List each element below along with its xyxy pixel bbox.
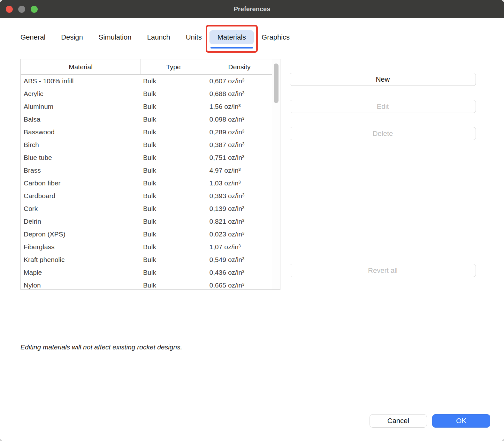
material-cell: Cardboard <box>21 192 141 200</box>
density-cell: 0,023 oz/in³ <box>206 230 272 238</box>
density-cell: 0,436 oz/in³ <box>206 269 272 276</box>
type-cell: Bulk <box>141 218 206 225</box>
column-header-density[interactable]: Density <box>206 59 272 74</box>
density-cell: 0,665 oz/in³ <box>206 281 272 289</box>
material-cell: Delrin <box>21 218 141 225</box>
tab-design[interactable]: Design <box>53 30 90 44</box>
table-row[interactable]: BalsaBulk0,098 oz/in³ <box>21 113 272 126</box>
table-row[interactable]: Depron (XPS)Bulk0,023 oz/in³ <box>21 228 272 241</box>
new-button[interactable]: New <box>290 73 476 86</box>
density-cell: 0,387 oz/in³ <box>206 141 272 149</box>
density-cell: 0,751 oz/in³ <box>206 154 272 161</box>
table-row[interactable]: FiberglassBulk1,07 oz/in³ <box>21 241 272 253</box>
table-row[interactable]: CorkBulk0,139 oz/in³ <box>21 202 272 215</box>
type-cell: Bulk <box>141 192 206 200</box>
material-cell: Depron (XPS) <box>21 230 141 238</box>
density-cell: 0,549 oz/in³ <box>206 256 272 264</box>
table-row[interactable]: NylonBulk0,665 oz/in³ <box>21 279 272 289</box>
table-row[interactable]: ABS - 100% infillBulk0,607 oz/in³ <box>21 75 272 87</box>
scrollbar-thumb[interactable] <box>274 64 279 103</box>
table-body: ABS - 100% infillBulk0,607 oz/in³Acrylic… <box>21 75 272 289</box>
material-cell: Blue tube <box>21 154 141 161</box>
table-row[interactable]: AluminumBulk1,56 oz/in³ <box>21 100 272 113</box>
type-cell: Bulk <box>141 230 206 238</box>
density-cell: 0,821 oz/in³ <box>206 218 272 225</box>
cancel-button[interactable]: Cancel <box>370 414 427 428</box>
material-cell: Fiberglass <box>21 243 141 251</box>
table-row[interactable]: BasswoodBulk0,289 oz/in³ <box>21 126 272 138</box>
density-cell: 1,56 oz/in³ <box>206 103 272 110</box>
density-cell: 0,688 oz/in³ <box>206 90 272 98</box>
preferences-window: Preferences GeneralDesignSimulationLaunc… <box>0 0 504 441</box>
type-cell: Bulk <box>141 128 206 136</box>
density-cell: 0,289 oz/in³ <box>206 128 272 136</box>
tab-units[interactable]: Units <box>178 30 210 44</box>
material-cell: Aluminum <box>21 103 141 110</box>
material-cell: Kraft phenolic <box>21 256 141 264</box>
table-row[interactable]: AcrylicBulk0,688 oz/in³ <box>21 87 272 100</box>
side-actions: NewEditDeleteRevert all <box>290 73 476 283</box>
minimize-button[interactable] <box>18 6 25 13</box>
type-cell: Bulk <box>141 90 206 98</box>
tab-graphics[interactable]: Graphics <box>254 30 297 44</box>
column-header-material[interactable]: Material <box>21 59 141 74</box>
type-cell: Bulk <box>141 205 206 213</box>
edit-button[interactable]: Edit <box>290 100 476 113</box>
tab-divider-line <box>11 47 493 47</box>
tab-launch[interactable]: Launch <box>139 30 178 44</box>
density-cell: 1,03 oz/in³ <box>206 179 272 187</box>
materials-table: Material Type Density ABS - 100% infillB… <box>20 59 280 290</box>
type-cell: Bulk <box>141 103 206 110</box>
table-row[interactable]: CardboardBulk0,393 oz/in³ <box>21 190 272 202</box>
table-row[interactable]: DelrinBulk0,821 oz/in³ <box>21 215 272 228</box>
material-cell: Carbon fiber <box>21 179 141 187</box>
type-cell: Bulk <box>141 77 206 85</box>
scrollbar-track[interactable] <box>272 59 280 289</box>
density-cell: 0,607 oz/in³ <box>206 77 272 85</box>
table-row[interactable]: Kraft phenolicBulk0,549 oz/in³ <box>21 253 272 266</box>
window-title: Preferences <box>234 5 271 13</box>
density-cell: 4,97 oz/in³ <box>206 167 272 174</box>
material-cell: Acrylic <box>21 90 141 98</box>
title-bar: Preferences <box>0 0 504 18</box>
table-row[interactable]: BirchBulk0,387 oz/in³ <box>21 138 272 151</box>
density-cell: 0,393 oz/in³ <box>206 192 272 200</box>
table-row[interactable]: MapleBulk0,436 oz/in³ <box>21 266 272 279</box>
close-button[interactable] <box>6 6 13 13</box>
material-cell: ABS - 100% infill <box>21 77 141 85</box>
tab-simulation[interactable]: Simulation <box>91 30 139 44</box>
type-cell: Bulk <box>141 141 206 149</box>
type-cell: Bulk <box>141 256 206 264</box>
zoom-button[interactable] <box>31 6 38 13</box>
type-cell: Bulk <box>141 116 206 123</box>
material-cell: Basswood <box>21 128 141 136</box>
material-cell: Cork <box>21 205 141 213</box>
revert-all-button[interactable]: Revert all <box>290 264 476 277</box>
tab-general[interactable]: General <box>13 30 53 44</box>
tab-bar: GeneralDesignSimulationLaunchUnitsMateri… <box>13 30 297 44</box>
type-cell: Bulk <box>141 154 206 161</box>
annotation-highlight-box <box>206 25 258 53</box>
type-cell: Bulk <box>141 179 206 187</box>
density-cell: 0,139 oz/in³ <box>206 205 272 213</box>
material-cell: Balsa <box>21 116 141 123</box>
type-cell: Bulk <box>141 167 206 174</box>
material-cell: Nylon <box>21 281 141 289</box>
table-row[interactable]: BrassBulk4,97 oz/in³ <box>21 164 272 177</box>
column-header-type[interactable]: Type <box>141 59 206 74</box>
type-cell: Bulk <box>141 243 206 251</box>
tab-materials[interactable]: Materials <box>210 30 254 44</box>
traffic-lights <box>6 6 38 13</box>
table-row[interactable]: Blue tubeBulk0,751 oz/in³ <box>21 151 272 164</box>
table-row[interactable]: Carbon fiberBulk1,03 oz/in³ <box>21 177 272 190</box>
ok-button[interactable]: OK <box>432 414 490 428</box>
material-cell: Birch <box>21 141 141 149</box>
density-cell: 0,098 oz/in³ <box>206 116 272 123</box>
materials-note: Editing materials will not affect existi… <box>20 343 182 351</box>
density-cell: 1,07 oz/in³ <box>206 243 272 251</box>
material-cell: Brass <box>21 167 141 174</box>
table-header: Material Type Density <box>21 59 280 75</box>
delete-button[interactable]: Delete <box>290 127 476 140</box>
type-cell: Bulk <box>141 281 206 289</box>
type-cell: Bulk <box>141 269 206 276</box>
